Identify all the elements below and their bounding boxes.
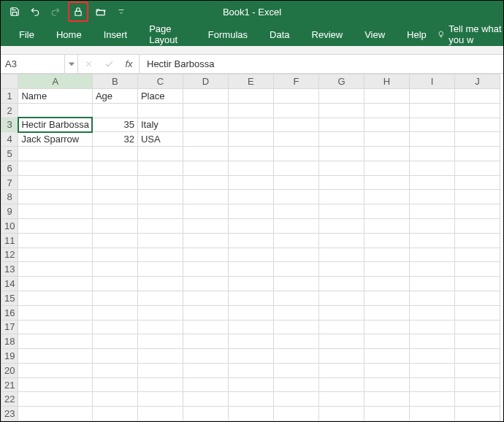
cell-I1[interactable] xyxy=(409,89,454,104)
chevron-down-icon[interactable] xyxy=(113,4,129,20)
cell-G21[interactable] xyxy=(318,377,364,392)
cell-E12[interactable] xyxy=(228,248,273,262)
tab-file[interactable]: File xyxy=(8,24,45,45)
cell-I5[interactable] xyxy=(409,147,454,161)
row-header-19[interactable]: 19 xyxy=(1,349,18,364)
cell-E14[interactable] xyxy=(228,277,273,291)
cell-B3[interactable]: 35 xyxy=(92,118,137,132)
cell-C2[interactable] xyxy=(137,103,183,118)
cell-A8[interactable] xyxy=(18,190,92,204)
cell-F18[interactable] xyxy=(273,334,318,349)
cell-I11[interactable] xyxy=(409,233,454,248)
cell-C5[interactable] xyxy=(137,147,183,161)
cell-H11[interactable] xyxy=(364,233,409,248)
cell-G9[interactable] xyxy=(318,204,364,219)
name-box[interactable]: A3 xyxy=(1,55,65,73)
tab-data[interactable]: Data xyxy=(259,24,300,45)
cell-D11[interactable] xyxy=(183,233,228,248)
cell-H3[interactable] xyxy=(364,118,409,132)
cell-G5[interactable] xyxy=(318,147,364,161)
cell-C4[interactable]: USA xyxy=(137,132,183,147)
cell-A3[interactable]: Hectir Barbossa xyxy=(18,118,92,132)
cell-E23[interactable] xyxy=(228,407,273,421)
cell-B8[interactable] xyxy=(92,190,137,204)
cell-I4[interactable] xyxy=(409,132,454,147)
cell-I16[interactable] xyxy=(409,305,454,320)
cell-B7[interactable] xyxy=(92,175,137,190)
column-header-J[interactable]: J xyxy=(454,74,500,89)
cell-H15[interactable] xyxy=(364,291,409,305)
cell-G8[interactable] xyxy=(318,190,364,204)
cell-D9[interactable] xyxy=(183,204,228,219)
cell-E11[interactable] xyxy=(228,233,273,248)
tab-page-layout[interactable]: Page Layout xyxy=(138,18,197,50)
cell-D20[interactable] xyxy=(183,363,228,377)
cell-I23[interactable] xyxy=(409,407,454,421)
cell-C8[interactable] xyxy=(137,190,183,204)
cell-I7[interactable] xyxy=(409,175,454,190)
cell-C15[interactable] xyxy=(137,291,183,305)
row-header-1[interactable]: 1 xyxy=(1,89,18,104)
row-header-11[interactable]: 11 xyxy=(1,233,18,248)
cell-J3[interactable] xyxy=(454,118,500,132)
cell-B12[interactable] xyxy=(92,248,137,262)
cell-A18[interactable] xyxy=(18,334,92,349)
cell-F17[interactable] xyxy=(273,320,318,334)
cell-E8[interactable] xyxy=(228,190,273,204)
cell-G23[interactable] xyxy=(318,407,364,421)
cell-J13[interactable] xyxy=(454,262,500,277)
cell-J22[interactable] xyxy=(454,392,500,407)
cell-D23[interactable] xyxy=(183,407,228,421)
cell-H4[interactable] xyxy=(364,132,409,147)
cell-F20[interactable] xyxy=(273,363,318,377)
cell-H10[interactable] xyxy=(364,219,409,234)
cell-G18[interactable] xyxy=(318,334,364,349)
row-header-14[interactable]: 14 xyxy=(1,277,18,291)
cell-F22[interactable] xyxy=(273,392,318,407)
tell-me-search[interactable]: Tell me what you w xyxy=(438,23,503,45)
cell-A10[interactable] xyxy=(18,219,92,234)
cell-F15[interactable] xyxy=(273,291,318,305)
cell-E22[interactable] xyxy=(228,392,273,407)
cell-I20[interactable] xyxy=(409,363,454,377)
cell-A1[interactable]: Name xyxy=(18,89,92,104)
cell-I10[interactable] xyxy=(409,219,454,234)
cell-D5[interactable] xyxy=(183,147,228,161)
cell-C14[interactable] xyxy=(137,277,183,291)
row-header-9[interactable]: 9 xyxy=(1,204,18,219)
cell-B2[interactable] xyxy=(92,103,137,118)
cell-A13[interactable] xyxy=(18,262,92,277)
cell-B19[interactable] xyxy=(92,349,137,364)
cell-F23[interactable] xyxy=(273,407,318,421)
cell-D16[interactable] xyxy=(183,305,228,320)
cell-A16[interactable] xyxy=(18,305,92,320)
cell-G12[interactable] xyxy=(318,248,364,262)
row-header-5[interactable]: 5 xyxy=(1,147,18,161)
cell-A12[interactable] xyxy=(18,248,92,262)
cell-H17[interactable] xyxy=(364,320,409,334)
cell-D3[interactable] xyxy=(183,118,228,132)
cell-G7[interactable] xyxy=(318,175,364,190)
cell-E4[interactable] xyxy=(228,132,273,147)
save-icon[interactable] xyxy=(7,4,23,20)
row-header-22[interactable]: 22 xyxy=(1,392,18,407)
cell-I18[interactable] xyxy=(409,334,454,349)
column-header-E[interactable]: E xyxy=(228,74,273,89)
cell-F12[interactable] xyxy=(273,248,318,262)
cell-J12[interactable] xyxy=(454,248,500,262)
cell-E5[interactable] xyxy=(228,147,273,161)
tab-review[interactable]: Review xyxy=(301,24,354,45)
cell-B22[interactable] xyxy=(92,392,137,407)
cell-F13[interactable] xyxy=(273,262,318,277)
cell-C23[interactable] xyxy=(137,407,183,421)
cell-B11[interactable] xyxy=(92,233,137,248)
cell-H23[interactable] xyxy=(364,407,409,421)
cell-H8[interactable] xyxy=(364,190,409,204)
cell-I9[interactable] xyxy=(409,204,454,219)
cell-A21[interactable] xyxy=(18,377,92,392)
select-all-corner[interactable] xyxy=(1,74,18,89)
cell-C3[interactable]: Italy xyxy=(137,118,183,132)
cell-J7[interactable] xyxy=(454,175,500,190)
row-header-6[interactable]: 6 xyxy=(1,161,18,175)
row-header-20[interactable]: 20 xyxy=(1,363,18,377)
